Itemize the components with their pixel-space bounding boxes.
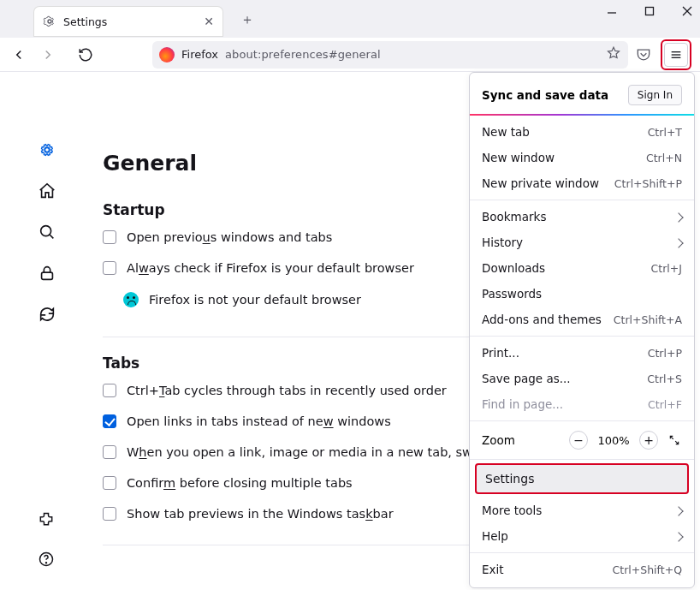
chevron-right-icon bbox=[675, 235, 682, 249]
back-button[interactable] bbox=[5, 41, 33, 69]
checkbox[interactable] bbox=[103, 445, 116, 459]
menu-exit[interactable]: ExitCtrl+Shift+Q bbox=[470, 557, 694, 582]
menu-new-private-window[interactable]: New private windowCtrl+Shift+P bbox=[470, 170, 694, 196]
menu-more-tools[interactable]: More tools bbox=[470, 498, 694, 523]
separator bbox=[470, 200, 694, 200]
nav-toolbar: Firefox about:preferences#general bbox=[0, 38, 700, 72]
separator bbox=[470, 336, 694, 337]
window-controls bbox=[604, 3, 695, 19]
forward-button[interactable] bbox=[34, 41, 62, 69]
menu-bookmarks[interactable]: Bookmarks bbox=[470, 204, 694, 229]
new-tab-button[interactable]: ＋ bbox=[240, 12, 255, 27]
zoom-value: 100% bbox=[596, 434, 631, 447]
maximize-button[interactable] bbox=[642, 3, 657, 19]
label: Open previous windows and tabs bbox=[127, 230, 332, 244]
menu-zoom-row: Zoom − 100% + bbox=[470, 425, 694, 456]
firefox-logo-icon bbox=[159, 47, 175, 63]
url-product: Firefox bbox=[181, 48, 218, 61]
menu-passwords[interactable]: Passwords bbox=[470, 281, 694, 307]
label: Confirm before closing multiple tabs bbox=[127, 476, 353, 490]
app-menu-popup: Sync and save data Sign In New tabCtrl+T… bbox=[469, 72, 695, 588]
tab-title: Settings bbox=[63, 15, 107, 28]
reload-button[interactable] bbox=[72, 41, 99, 69]
checkbox[interactable] bbox=[103, 507, 116, 521]
label: Firefox is not your default browser bbox=[149, 293, 361, 307]
sidebar-extensions-icon[interactable] bbox=[38, 511, 56, 530]
svg-point-0 bbox=[48, 20, 51, 23]
zoom-in-button[interactable]: + bbox=[639, 431, 658, 450]
menu-print[interactable]: Print...Ctrl+P bbox=[470, 340, 694, 366]
svg-line-10 bbox=[50, 235, 54, 239]
fullscreen-button[interactable] bbox=[667, 432, 682, 448]
separator bbox=[470, 552, 694, 553]
label: Always check if Firefox is your default … bbox=[127, 261, 414, 275]
minimize-button[interactable] bbox=[604, 3, 620, 19]
checkbox-checked[interactable] bbox=[103, 414, 116, 428]
close-tab-button[interactable]: ✕ bbox=[202, 15, 216, 28]
zoom-out-button[interactable]: − bbox=[569, 431, 588, 450]
menu-help[interactable]: Help bbox=[470, 523, 694, 549]
bookmark-star-icon[interactable] bbox=[606, 45, 621, 64]
preferences-sidebar bbox=[0, 72, 94, 590]
label: Ctrl+Tab cycles through tabs in recently… bbox=[127, 384, 447, 397]
sign-in-button[interactable]: Sign In bbox=[628, 85, 682, 105]
menu-downloads[interactable]: DownloadsCtrl+J bbox=[470, 255, 694, 281]
checkbox[interactable] bbox=[103, 261, 116, 275]
menu-find: Find in page...Ctrl+F bbox=[470, 391, 694, 417]
pocket-icon[interactable] bbox=[630, 41, 657, 69]
browser-tab-settings[interactable]: Settings ✕ bbox=[34, 7, 222, 36]
close-window-button[interactable] bbox=[679, 3, 695, 19]
menu-addons[interactable]: Add-ons and themesCtrl+Shift+A bbox=[470, 307, 694, 332]
sidebar-help-icon[interactable] bbox=[38, 551, 56, 569]
url-path: about:preferences#general bbox=[225, 48, 381, 61]
label: Show tab previews in the Windows taskbar bbox=[127, 507, 394, 521]
gear-icon bbox=[43, 15, 56, 28]
sidebar-general-icon[interactable] bbox=[38, 140, 56, 159]
menu-sync-header: Sync and save data Sign In bbox=[470, 78, 694, 114]
chevron-right-icon bbox=[675, 529, 682, 543]
svg-rect-11 bbox=[42, 272, 53, 279]
svg-rect-2 bbox=[646, 8, 654, 15]
titlebar: Settings ✕ ＋ bbox=[0, 0, 700, 38]
svg-point-13 bbox=[46, 563, 47, 563]
menu-new-window[interactable]: New windowCtrl+N bbox=[470, 145, 694, 170]
checkbox[interactable] bbox=[103, 230, 116, 244]
sidebar-home-icon[interactable] bbox=[38, 182, 56, 200]
sad-face-icon bbox=[123, 292, 139, 307]
menu-save-as[interactable]: Save page as...Ctrl+S bbox=[470, 366, 694, 391]
menu-history[interactable]: History bbox=[470, 229, 694, 255]
sidebar-search-icon[interactable] bbox=[38, 223, 56, 241]
separator bbox=[470, 420, 694, 421]
checkbox[interactable] bbox=[103, 476, 116, 490]
app-menu-button-highlight bbox=[661, 39, 691, 70]
menu-gradient-separator bbox=[470, 114, 694, 116]
sidebar-sync-icon[interactable] bbox=[38, 305, 56, 324]
separator bbox=[470, 459, 694, 460]
svg-point-8 bbox=[44, 147, 50, 152]
url-bar[interactable]: Firefox about:preferences#general bbox=[152, 41, 628, 69]
label: Open links in tabs instead of new window… bbox=[127, 414, 391, 428]
label: When you open a link, image or media in … bbox=[127, 445, 504, 459]
zoom-label: Zoom bbox=[482, 433, 561, 447]
chevron-right-icon bbox=[675, 210, 682, 223]
menu-new-tab[interactable]: New tabCtrl+T bbox=[470, 119, 694, 145]
chevron-right-icon bbox=[675, 504, 682, 517]
checkbox[interactable] bbox=[103, 384, 116, 397]
app-menu-button[interactable] bbox=[664, 43, 688, 67]
sync-header-label: Sync and save data bbox=[482, 88, 608, 102]
sidebar-privacy-icon[interactable] bbox=[38, 264, 56, 283]
menu-settings[interactable]: Settings bbox=[475, 463, 689, 494]
